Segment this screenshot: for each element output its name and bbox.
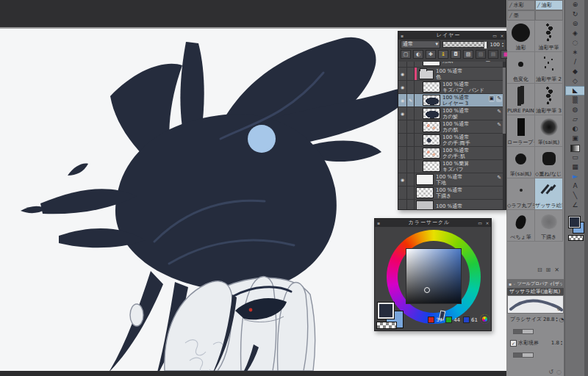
- auto-select-tool-icon[interactable]: ∗: [565, 48, 585, 57]
- anchor-icon[interactable]: ↨: [438, 50, 448, 59]
- brush-item[interactable]: 筆(sai風): [507, 147, 535, 178]
- pin-icon[interactable]: ✚: [426, 50, 436, 59]
- zoom-tool-icon[interactable]: ⊕: [565, 0, 585, 10]
- ruler-tool-icon[interactable]: ∠: [565, 200, 585, 210]
- brush-item[interactable]: PURE PAINT: [507, 84, 535, 115]
- subtool-tab-empty[interactable]: [535, 10, 563, 21]
- layer-thumbnail[interactable]: [416, 174, 434, 185]
- brush-item[interactable]: 油彩: [507, 21, 535, 52]
- pen-badge-icon[interactable]: ✎: [496, 175, 502, 181]
- brush-item[interactable]: ザッサラ絵筆: [535, 178, 563, 210]
- subtool-tab-水彩[interactable]: ╱水彩: [507, 0, 535, 10]
- property-stepper[interactable]: ▴▾: [556, 317, 558, 322]
- import-subtool-icon[interactable]: ⊟: [537, 267, 542, 273]
- pen-badge-icon[interactable]: ✎: [496, 109, 502, 115]
- property-stepper[interactable]: ▴▾: [561, 340, 562, 346]
- layer-thumbnail[interactable]: [423, 95, 440, 106]
- minimize-icon[interactable]: ▭: [476, 219, 484, 227]
- panel-menu-icon[interactable]: ▪: [375, 219, 382, 227]
- blend-tool-icon[interactable]: ◐: [565, 124, 585, 134]
- gradient-tool-icon[interactable]: [565, 143, 585, 153]
- eyedropper-tool-icon[interactable]: /: [565, 57, 585, 67]
- layer-row[interactable]: 100 %通常カの肌✎: [398, 120, 506, 134]
- brush-item[interactable]: 下描き: [535, 210, 563, 242]
- property-value[interactable]: 28.8: [543, 317, 555, 322]
- layer-thumbnail[interactable]: [423, 134, 440, 145]
- eye-empty[interactable]: [398, 200, 407, 209]
- eye-empty[interactable]: [398, 187, 407, 199]
- edit-empty[interactable]: [407, 187, 415, 199]
- eye-icon[interactable]: ◉: [398, 107, 407, 120]
- close-icon[interactable]: ×: [498, 32, 506, 40]
- brush-item[interactable]: 油彩平筆 3: [535, 84, 563, 115]
- brush-item[interactable]: 油彩平筆 2: [535, 52, 563, 84]
- layers-panel-titlebar[interactable]: ▪ レイヤー ▭ ×: [398, 32, 506, 40]
- canvas-titlebar[interactable]: [0, 0, 506, 29]
- minimize-icon[interactable]: ▭: [491, 32, 498, 40]
- layer-thumbnail[interactable]: [423, 108, 440, 119]
- layer-thumbnail[interactable]: [419, 70, 434, 79]
- eraser-tool-icon[interactable]: ▱: [565, 115, 585, 124]
- brush-item[interactable]: ◇重ね/なじませ: [535, 147, 563, 178]
- eye-icon[interactable]: ◉: [398, 94, 407, 106]
- layer-row[interactable]: 100 %通常: [398, 200, 506, 209]
- lock-icon[interactable]: ◘: [451, 50, 461, 59]
- ruler-icon[interactable]: ▤: [488, 50, 498, 59]
- property-value[interactable]: 1.8: [551, 340, 559, 346]
- panel-menu-icon[interactable]: ▪: [509, 281, 512, 286]
- close-icon[interactable]: ×: [484, 219, 491, 227]
- layer-thumbnail[interactable]: [423, 82, 440, 93]
- layer-row[interactable]: 100 %通常クの手:両手: [398, 134, 506, 147]
- decoration-tool-icon[interactable]: ◍: [565, 105, 585, 115]
- transparent-color-swatch[interactable]: [568, 235, 584, 241]
- blend-mode-dropdown[interactable]: 通常 ▾: [401, 40, 440, 48]
- color-wheel-mode-icon[interactable]: [480, 314, 490, 324]
- main-color-swatch[interactable]: [568, 216, 581, 228]
- layer-thumbnail[interactable]: [423, 62, 440, 66]
- pen-badge-icon[interactable]: ✎: [496, 95, 502, 102]
- eye-empty[interactable]: [398, 147, 407, 159]
- checkbox-checked-icon[interactable]: ✓: [510, 340, 517, 347]
- delete-subtool-icon[interactable]: ✕: [554, 267, 559, 273]
- layer-row[interactable]: ◉100 %通常色: [398, 68, 506, 81]
- clip-below-icon[interactable]: ▧: [476, 50, 486, 59]
- fill-tool-icon[interactable]: ▣: [565, 134, 585, 143]
- lock-alpha-icon[interactable]: ▨: [463, 50, 473, 59]
- eye-icon[interactable]: ◉: [398, 68, 407, 80]
- pressure-icon[interactable]: ◔: [559, 317, 564, 323]
- editing-pen-icon[interactable]: ✎: [407, 94, 415, 106]
- brush-item[interactable]: 筆(sai風): [535, 115, 563, 147]
- pen-tool-icon[interactable]: ◆: [565, 67, 585, 76]
- layer-row[interactable]: ◉100 %通常カの髪✎: [398, 107, 506, 120]
- brush-area-icon[interactable]: ▢: [401, 50, 411, 59]
- lock-badge-icon[interactable]: ▣: [489, 95, 495, 102]
- airbrush-tool-icon[interactable]: ▒: [565, 95, 585, 105]
- pen-badge-icon[interactable]: ✎: [496, 122, 502, 129]
- text-tool-icon[interactable]: A: [565, 181, 585, 191]
- halftone-icon[interactable]: ◐: [413, 50, 423, 59]
- opacity-stepper[interactable]: ▴▾: [502, 42, 503, 48]
- register-property-icon[interactable]: ◌: [556, 369, 562, 375]
- edit-empty[interactable]: [407, 107, 415, 120]
- move-tool-icon[interactable]: ◈: [565, 29, 585, 38]
- layer-thumbnail[interactable]: [423, 121, 440, 132]
- property-mini-slider[interactable]: [513, 352, 534, 358]
- opacity-value[interactable]: 100: [490, 42, 500, 48]
- main-color-swatch[interactable]: [377, 302, 395, 319]
- opacity-slider[interactable]: [442, 41, 488, 48]
- subtool-tab-墨[interactable]: ╱墨: [507, 10, 535, 21]
- rotate-tool-icon[interactable]: ↻: [565, 10, 585, 19]
- edit-empty[interactable]: [407, 160, 415, 173]
- edit-empty[interactable]: [407, 68, 415, 80]
- pencil-tool-icon[interactable]: ◇: [565, 76, 585, 86]
- layer-row[interactable]: ◉100 %通常キズパフ、バンド: [398, 81, 506, 94]
- eye-empty[interactable]: [398, 62, 407, 67]
- brush-item[interactable]: ローラーブラシ: [507, 115, 535, 147]
- line-correct-tool-icon[interactable]: ╲: [565, 191, 585, 200]
- saturation-value-square[interactable]: [406, 248, 462, 304]
- brush-item[interactable]: 色変化: [507, 52, 535, 84]
- navigate-tool-icon[interactable]: ⊚: [565, 19, 585, 29]
- eye-empty[interactable]: [398, 134, 407, 146]
- layer-row[interactable]: ◉100 %通常下地✎: [398, 173, 506, 187]
- subtool-tab-油彩[interactable]: ╱油彩: [535, 0, 563, 10]
